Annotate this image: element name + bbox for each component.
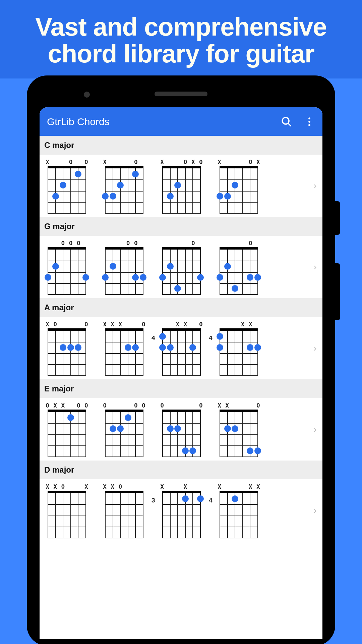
string-markers: XO <box>102 159 147 166</box>
chord-list: C majorXOOXOXOXOXOX›G majorOOOOOOO›A maj… <box>40 136 322 639</box>
phone-side-button <box>335 263 340 320</box>
chevron-right-icon[interactable]: › <box>310 262 320 272</box>
phone-camera <box>84 92 90 98</box>
chord-diagram[interactable]: XX4 <box>216 321 261 375</box>
string-markers: XXXO <box>102 321 147 328</box>
chord-diagram[interactable]: XOO <box>44 321 89 375</box>
svg-point-2 <box>308 117 310 119</box>
chord-diagram[interactable]: O <box>216 240 261 294</box>
chord-diagram[interactable]: XO <box>102 159 147 213</box>
chord-diagram[interactable]: XXX4 <box>216 483 261 538</box>
string-markers: O <box>216 240 261 247</box>
chord-diagrams: OXXOOOOOOOXXO <box>44 402 308 457</box>
search-icon[interactable] <box>281 116 292 127</box>
chord-diagrams: XOOXXXOXXO4XX4 <box>44 321 308 375</box>
string-markers: O <box>159 240 204 247</box>
string-markers: OO <box>159 402 204 410</box>
string-markers: XOX <box>216 159 261 166</box>
svg-line-1 <box>288 123 291 126</box>
string-markers: XOXO <box>159 159 204 166</box>
string-markers: OXXOO <box>44 402 89 410</box>
chord-diagrams: XXOXXXOXX3XXX4 <box>44 483 308 538</box>
app-bar: GtrLib Chords <box>40 107 322 136</box>
string-markers: XXOX <box>44 483 89 491</box>
string-markers: XOO <box>44 321 89 328</box>
string-markers: XXO <box>216 402 261 410</box>
chord-row[interactable]: XOOXXXOXXO4XX4› <box>40 317 322 379</box>
string-markers: XOO <box>44 159 89 166</box>
fret-number: 4 <box>152 334 155 342</box>
string-markers: XXO <box>159 321 204 328</box>
fret-number: 4 <box>209 334 213 342</box>
chord-diagram[interactable]: XXO <box>102 483 147 538</box>
section-header: G major <box>40 217 322 236</box>
section-header: E major <box>40 379 322 398</box>
section-header: D major <box>40 461 322 479</box>
chord-diagram[interactable]: XXO4 <box>159 321 204 375</box>
section-header: A major <box>40 298 322 317</box>
chord-diagram[interactable]: XX3 <box>159 483 204 538</box>
chord-diagram[interactable]: O <box>159 240 204 294</box>
chord-row[interactable]: XOOXOXOXOXOX› <box>40 155 322 217</box>
chevron-right-icon[interactable]: › <box>310 505 320 516</box>
phone-side-button <box>335 201 340 235</box>
chord-diagram[interactable]: OO <box>159 402 204 457</box>
more-icon[interactable] <box>304 116 315 127</box>
phone-speaker <box>155 92 207 96</box>
chord-diagrams: XOOXOXOXOXOX <box>44 159 308 213</box>
chord-row[interactable]: XXOXXXOXX3XXX4› <box>40 479 322 542</box>
chord-diagram[interactable]: OO <box>102 240 147 294</box>
string-markers: OO <box>102 240 147 247</box>
promo-banner: Vast and comprehensive chord library for… <box>0 0 362 78</box>
string-markers: XX <box>216 321 261 328</box>
section-header: C major <box>40 136 322 155</box>
svg-point-0 <box>282 117 289 124</box>
phone-frame: GtrLib Chords C majorXOOXOXOXOXOX›G majo… <box>27 75 335 644</box>
svg-point-4 <box>308 124 310 126</box>
chord-diagram[interactable]: XOX <box>216 159 261 213</box>
chord-row[interactable]: OOOOOOO› <box>40 236 322 298</box>
chord-diagram[interactable]: XXO <box>216 402 261 457</box>
chord-row[interactable]: OXXOOOOOOOXXO› <box>40 398 322 461</box>
chord-diagram[interactable]: XOXO <box>159 159 204 213</box>
chord-diagram[interactable]: XXOX <box>44 483 89 538</box>
fret-number: 3 <box>152 497 155 504</box>
chevron-right-icon[interactable]: › <box>310 180 320 191</box>
string-markers: XX <box>159 483 204 491</box>
chord-diagram[interactable]: XXXO <box>102 321 147 375</box>
chord-diagram[interactable]: OXXOO <box>44 402 89 457</box>
string-markers: XXX <box>216 483 261 491</box>
svg-point-3 <box>308 121 310 123</box>
chord-diagram[interactable]: OOO <box>44 240 89 294</box>
app-title: GtrLib Chords <box>47 116 269 127</box>
chord-diagram[interactable]: OOO <box>102 402 147 457</box>
string-markers: XXO <box>102 483 147 491</box>
phone-screen: GtrLib Chords C majorXOOXOXOXOXOX›G majo… <box>40 107 322 639</box>
chevron-right-icon[interactable]: › <box>310 424 320 435</box>
chord-diagram[interactable]: XOO <box>44 159 89 213</box>
string-markers: OOO <box>102 402 147 410</box>
fret-number: 4 <box>209 497 213 504</box>
chevron-right-icon[interactable]: › <box>310 343 320 354</box>
chord-diagrams: OOOOOOO <box>44 240 308 294</box>
string-markers: OOO <box>44 240 89 247</box>
